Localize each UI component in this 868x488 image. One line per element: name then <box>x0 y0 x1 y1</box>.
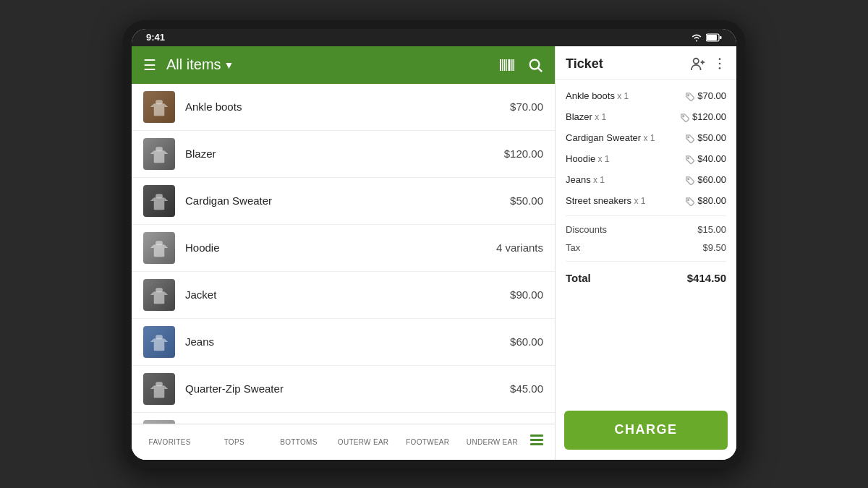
ticket-item[interactable]: Ankle boots x 1 $70.00 <box>556 85 736 106</box>
ticket-item-qty: x 1 <box>631 196 645 206</box>
product-item[interactable]: Jacket$90.00 <box>132 272 555 319</box>
ticket-item-price: $120.00 <box>692 111 726 122</box>
product-thumbnail <box>143 232 175 264</box>
search-icon[interactable] <box>527 57 543 73</box>
svg-rect-27 <box>156 241 163 245</box>
svg-point-63 <box>719 63 721 65</box>
product-item[interactable]: Hoodie4 variants <box>132 225 555 272</box>
product-name: Jacket <box>185 288 510 301</box>
ticket-item-name: Ankle boots <box>566 90 615 101</box>
ticket-header: Ticket <box>556 46 736 80</box>
ticket-item[interactable]: Blazer x 1 $120.00 <box>556 106 736 127</box>
total-label: Total <box>566 272 591 284</box>
charge-button[interactable]: CHARGE <box>564 411 728 450</box>
ticket-item-qty: x 1 <box>591 175 605 185</box>
svg-point-10 <box>530 59 540 69</box>
menu-icon[interactable]: ☰ <box>143 56 156 74</box>
ticket-item[interactable]: Hoodie x 1 $40.00 <box>556 148 736 169</box>
add-customer-icon[interactable] <box>690 56 706 71</box>
ticket-item-qty: x 1 <box>641 133 655 143</box>
product-thumbnail <box>143 138 175 170</box>
product-item[interactable]: Jeans$60.00 <box>132 319 555 366</box>
ticket-item-name: Hoodie <box>566 153 595 164</box>
ticket-body: Ankle boots x 1 $70.00Blazer x 1 $120.00… <box>556 80 736 403</box>
svg-point-64 <box>719 67 721 69</box>
ticket-item[interactable]: Street sneakers x 1 $80.00 <box>556 190 736 211</box>
status-bar: 9:41 <box>132 29 736 46</box>
product-name: Jeans <box>185 335 510 348</box>
svg-marker-30 <box>164 291 168 295</box>
ticket-item-price: $60.00 <box>697 174 726 185</box>
product-panel: ☰ All items ▼ <box>132 46 556 460</box>
svg-point-67 <box>688 136 689 137</box>
ticket-item[interactable]: Jeans x 1 $60.00 <box>556 169 736 190</box>
svg-marker-21 <box>150 197 154 201</box>
svg-rect-2 <box>720 36 722 39</box>
product-price: $90.00 <box>510 288 543 301</box>
svg-rect-4 <box>502 59 503 71</box>
svg-point-62 <box>719 58 721 60</box>
svg-rect-23 <box>156 194 163 198</box>
svg-marker-33 <box>150 338 154 342</box>
ticket-item-name: Jeans <box>566 174 591 185</box>
svg-rect-58 <box>530 443 543 445</box>
status-icons <box>691 33 722 42</box>
product-price: $60.00 <box>510 335 543 348</box>
barcode-icon[interactable] <box>498 56 516 74</box>
svg-rect-8 <box>511 59 513 71</box>
svg-marker-22 <box>164 197 168 201</box>
dropdown-arrow-icon: ▼ <box>224 59 234 71</box>
category-outerwear[interactable]: OUTERW EAR <box>331 432 396 452</box>
ticket-item-price: $70.00 <box>697 90 726 101</box>
product-thumbnail <box>143 373 175 405</box>
tag-icon <box>685 153 697 164</box>
tablet-screen: 9:41 <box>132 29 736 460</box>
discounts-row: Discounts $15.00 <box>556 221 736 239</box>
svg-rect-12 <box>154 103 165 116</box>
status-time: 9:41 <box>146 32 165 43</box>
category-tops[interactable]: TOPS <box>202 432 266 452</box>
svg-rect-3 <box>500 59 501 71</box>
svg-point-69 <box>688 179 689 180</box>
top-bar: ☰ All items ▼ <box>132 46 555 84</box>
list-view-icon[interactable] <box>524 428 549 456</box>
battery-icon <box>706 33 722 42</box>
tax-amount: $9.50 <box>702 242 726 253</box>
svg-rect-24 <box>154 244 165 257</box>
ticket-item-name: Blazer <box>566 111 592 122</box>
product-thumbnail <box>143 279 175 311</box>
svg-marker-25 <box>150 244 154 248</box>
product-price: $120.00 <box>504 147 543 160</box>
more-options-icon[interactable] <box>713 57 726 70</box>
svg-rect-56 <box>530 435 543 437</box>
ticket-item[interactable]: Cardigan Sweater x 1 $50.00 <box>556 127 736 148</box>
product-item[interactable]: Blazer$120.00 <box>132 131 555 178</box>
svg-rect-15 <box>156 100 163 104</box>
product-item[interactable]: Shorts3 variants <box>132 413 555 424</box>
svg-rect-19 <box>156 147 163 151</box>
svg-marker-37 <box>150 385 154 389</box>
ticket-item-qty: x 1 <box>615 91 629 101</box>
svg-marker-38 <box>164 385 168 389</box>
svg-rect-1 <box>707 35 717 40</box>
svg-rect-9 <box>514 59 515 71</box>
all-items-dropdown[interactable]: All items ▼ <box>166 56 234 73</box>
ticket-title: Ticket <box>566 56 603 72</box>
svg-marker-14 <box>164 103 168 107</box>
ticket-item-name: Street sneakers <box>566 195 631 206</box>
category-underwear[interactable]: UNDERW EAR <box>460 432 524 452</box>
product-item[interactable]: Ankle boots$70.00 <box>132 84 555 131</box>
category-footwear[interactable]: FOOTWEAR <box>396 432 460 452</box>
categories-bar: FAVORITESTOPSBOTTOMSOUTERW EARFOOTWEARUN… <box>132 424 555 460</box>
svg-rect-32 <box>154 338 165 351</box>
category-favorites[interactable]: FAVORITES <box>137 432 202 452</box>
product-name: Ankle boots <box>185 100 510 113</box>
total-row: Total $414.50 <box>556 266 736 287</box>
product-item[interactable]: Cardigan Sweater$50.00 <box>132 178 555 225</box>
product-thumbnail <box>143 326 175 358</box>
svg-rect-6 <box>506 59 507 71</box>
product-item[interactable]: Quarter-Zip Sweater$45.00 <box>132 366 555 413</box>
ticket-item-qty: x 1 <box>592 112 606 122</box>
svg-rect-5 <box>504 59 506 71</box>
category-bottoms[interactable]: BOTTOMS <box>266 432 331 452</box>
